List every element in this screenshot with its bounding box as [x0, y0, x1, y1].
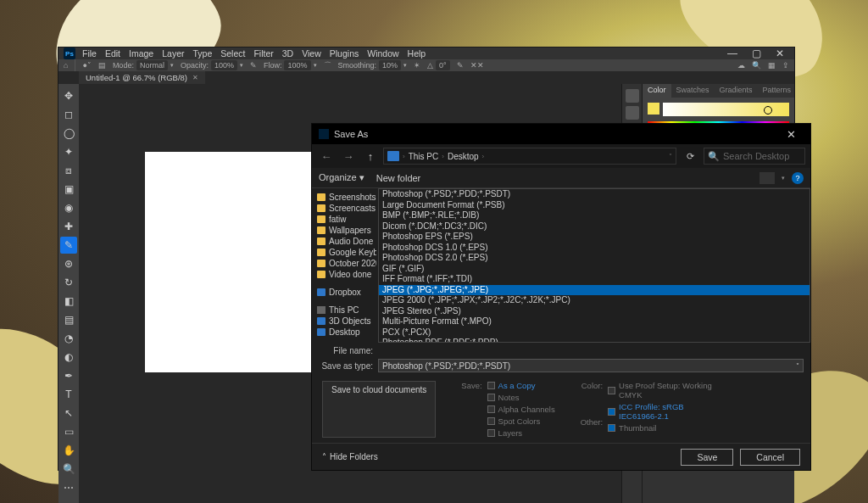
opacity-value[interactable]: 100% — [211, 60, 237, 70]
panel-tab-gradients[interactable]: Gradients — [715, 84, 758, 98]
lasso-tool[interactable]: ◯ — [60, 125, 77, 142]
back-button[interactable]: ← — [317, 148, 336, 165]
format-option[interactable]: GIF (*.GIF) — [379, 264, 810, 275]
menu-edit[interactable]: Edit — [105, 48, 120, 59]
sidebar-folder[interactable]: Desktop — [312, 327, 376, 338]
menu-help[interactable]: Help — [408, 48, 426, 59]
search-box[interactable]: 🔍 Search Desktop — [704, 148, 805, 165]
brush-panel-icon[interactable]: ▤ — [98, 61, 106, 70]
menu-type[interactable]: Type — [192, 48, 212, 59]
cloud-icon[interactable]: ☁ — [737, 61, 745, 70]
frame-tool[interactable]: ▣ — [60, 181, 77, 198]
panel-icon[interactable] — [626, 106, 639, 120]
blur-tool[interactable]: ◔ — [60, 330, 77, 347]
menu-view[interactable]: View — [302, 48, 321, 59]
close-button[interactable]: ✕ — [771, 48, 789, 59]
menu-3d[interactable]: 3D — [282, 48, 293, 59]
save-to-cloud-button[interactable]: Save to cloud documents — [322, 381, 436, 438]
dodge-tool[interactable]: ◐ — [60, 349, 77, 366]
gradient-tool[interactable]: ▤ — [60, 311, 77, 328]
sidebar-folder[interactable]: Audio Done — [312, 236, 376, 247]
sidebar-folder[interactable]: October 2020 — [312, 258, 376, 269]
icc-profile-checkbox[interactable]: ICC Profile: sRGB IEC61966-2.1 — [608, 402, 712, 421]
airbrush-icon[interactable]: ⌒ — [324, 60, 331, 71]
document-tab[interactable]: Untitled-1 @ 66.7% (RGB/8) ✕ — [79, 71, 205, 84]
flow-value[interactable]: 100% — [284, 60, 310, 70]
pressure-size-icon[interactable]: ✎ — [457, 61, 464, 70]
tab-close-icon[interactable]: ✕ — [192, 74, 198, 81]
format-option[interactable]: Photoshop DCS 2.0 (*.EPS) — [379, 253, 810, 264]
saveastype-dropdown[interactable]: Photoshop (*.PSD;*.PDD;*.PSDT) ˅ — [378, 359, 804, 372]
cancel-button[interactable]: Cancel — [740, 449, 800, 466]
view-mode-button[interactable] — [760, 172, 775, 184]
format-option[interactable]: Dicom (*.DCM;*.DC3;*.DIC) — [379, 221, 810, 232]
mode-dropdown[interactable]: Normal — [136, 60, 168, 70]
panel-tab-patterns[interactable]: Patterns — [758, 84, 797, 98]
format-option[interactable]: JPEG Stereo (*.JPS) — [379, 306, 810, 317]
marquee-tool[interactable]: ◻ — [60, 106, 77, 123]
help-button[interactable]: ? — [792, 172, 804, 184]
sidebar-folder[interactable]: Video done — [312, 269, 376, 280]
zoom-tool[interactable]: 🔍 — [60, 461, 77, 478]
panel-icon[interactable] — [626, 89, 639, 103]
new-folder-button[interactable]: New folder — [376, 173, 421, 183]
saturation-picker[interactable] — [663, 103, 789, 116]
sidebar-folder[interactable]: 3D Objects — [312, 316, 376, 327]
hide-folders-button[interactable]: ˄ Hide Folders — [322, 452, 378, 461]
menu-filter[interactable]: Filter — [253, 48, 273, 59]
sidebar-folder[interactable]: Screenshots — [312, 192, 376, 203]
format-option[interactable]: Photoshop EPS (*.EPS) — [379, 232, 810, 243]
menu-window[interactable]: Window — [367, 48, 398, 59]
forward-button[interactable]: → — [339, 148, 358, 165]
format-dropdown-list[interactable]: Photoshop (*.PSD;*.PDD;*.PSDT)Large Docu… — [378, 188, 810, 343]
angle-value[interactable]: 0° — [436, 60, 450, 70]
share-icon[interactable]: ⇪ — [782, 61, 789, 70]
color-panel-swatch[interactable] — [648, 103, 659, 115]
save-option-checkbox[interactable]: As a Copy — [487, 381, 555, 390]
home-icon[interactable]: ⌂ — [64, 61, 68, 70]
menu-select[interactable]: Select — [220, 48, 245, 59]
panel-tab-color[interactable]: Color — [643, 84, 671, 98]
close-button[interactable]: ✕ — [778, 128, 804, 141]
stamp-tool[interactable]: ⊛ — [60, 255, 77, 272]
saveas-titlebar[interactable]: Save As ✕ — [312, 124, 810, 144]
search-icon[interactable]: 🔍 — [752, 61, 761, 70]
workspace-icon[interactable]: ▦ — [768, 61, 776, 70]
format-option[interactable]: JPEG 2000 (*.JPF;*.JPX;*.JP2;*.J2C;*.J2K… — [379, 295, 810, 306]
save-button[interactable]: Save — [681, 449, 733, 466]
breadcrumb-item[interactable]: This PC — [409, 152, 439, 161]
sidebar-folder[interactable]: This PC — [312, 305, 376, 316]
pressure-opacity-icon[interactable]: ✎ — [250, 61, 257, 70]
edit-toolbar[interactable]: ⋯ — [60, 479, 77, 496]
eraser-tool[interactable]: ◧ — [60, 293, 77, 310]
history-brush-tool[interactable]: ↻ — [60, 274, 77, 291]
sidebar-folder[interactable]: Dropbox — [312, 287, 376, 298]
path-tool[interactable]: ↖ — [60, 405, 77, 422]
format-option[interactable]: PCX (*.PCX) — [379, 327, 810, 338]
healing-tool[interactable]: ✚ — [60, 218, 77, 235]
document-canvas[interactable] — [145, 152, 323, 372]
breadcrumb-dropdown-icon[interactable]: ˅ — [669, 153, 672, 160]
up-button[interactable]: ↑ — [361, 148, 380, 165]
sidebar-folder[interactable]: Wallpapers — [312, 225, 376, 236]
organize-button[interactable]: Organize ▾ — [319, 172, 364, 183]
menu-file[interactable]: File — [82, 48, 97, 59]
pen-tool[interactable]: ✒ — [60, 367, 77, 384]
eyedropper-tool[interactable]: ◉ — [60, 199, 77, 216]
refresh-button[interactable]: ⟳ — [680, 151, 700, 162]
panel-tab-swatches[interactable]: Swatches — [671, 84, 715, 98]
menu-layer[interactable]: Layer — [162, 48, 184, 59]
format-option[interactable]: Multi-Picture Format (*.MPO) — [379, 316, 810, 327]
sidebar-folder[interactable]: fatiw — [312, 214, 376, 225]
menu-image[interactable]: Image — [129, 48, 153, 59]
sidebar-folder[interactable]: Screencasts — [312, 203, 376, 214]
minimize-button[interactable]: — — [723, 48, 742, 59]
format-option[interactable]: Photoshop (*.PSD;*.PDD;*.PSDT) — [379, 189, 810, 200]
shape-tool[interactable]: ▭ — [60, 423, 77, 440]
format-option[interactable]: JPEG (*.JPG;*.JPEG;*.JPE) — [379, 285, 810, 296]
format-option[interactable]: Photoshop DCS 1.0 (*.EPS) — [379, 243, 810, 254]
format-option[interactable]: BMP (*.BMP;*.RLE;*.DIB) — [379, 210, 810, 221]
breadcrumb-bar[interactable]: › This PC › Desktop › ˅ — [383, 148, 676, 165]
brush-preset-icon[interactable]: ●˅ — [82, 61, 91, 70]
breadcrumb-item[interactable]: Desktop — [448, 152, 479, 161]
